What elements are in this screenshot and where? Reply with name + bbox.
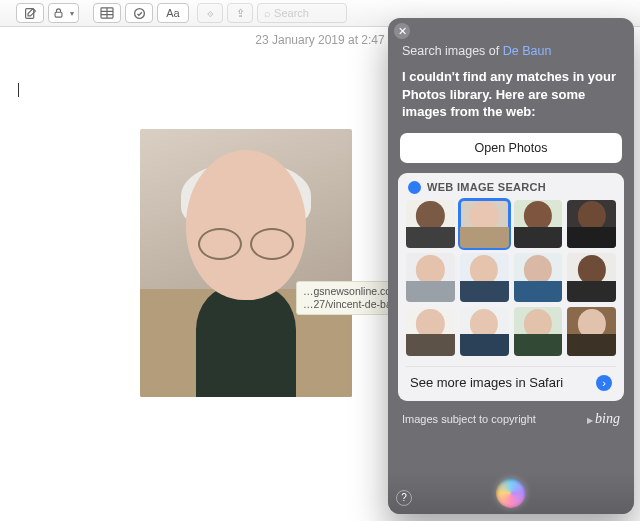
panel-message: I couldn't find any matches in your Phot…: [402, 68, 620, 121]
image-thumb[interactable]: [514, 200, 563, 249]
new-note-button[interactable]: [16, 3, 44, 23]
image-thumb[interactable]: [514, 307, 563, 356]
close-icon[interactable]: ✕: [394, 23, 410, 39]
lock-icon: [53, 7, 64, 19]
image-thumb[interactable]: [460, 253, 509, 302]
image-thumb[interactable]: [406, 253, 455, 302]
svg-rect-1: [55, 12, 62, 17]
text-cursor: [18, 83, 19, 97]
note-image[interactable]: [140, 129, 352, 397]
search-field[interactable]: ⌕ Search: [257, 3, 347, 23]
table-button[interactable]: [93, 3, 121, 23]
image-thumb[interactable]: [460, 307, 509, 356]
image-thumb[interactable]: [514, 253, 563, 302]
attach-button[interactable]: ⟐: [197, 3, 223, 23]
checklist-button[interactable]: [125, 3, 153, 23]
lock-menu[interactable]: ▾: [48, 3, 79, 23]
see-more-row[interactable]: See more images in Safari ›: [406, 366, 616, 391]
open-photos-button[interactable]: Open Photos: [400, 133, 622, 163]
panel-footer: ?: [388, 472, 634, 514]
help-icon[interactable]: ?: [396, 490, 412, 506]
format-button[interactable]: Aa: [157, 3, 189, 23]
svg-point-3: [134, 8, 144, 18]
card-header: WEB IMAGE SEARCH: [406, 181, 616, 200]
chevron-down-icon: ▾: [70, 9, 74, 18]
image-thumb[interactable]: [567, 253, 616, 302]
image-thumb[interactable]: [406, 307, 455, 356]
image-thumb[interactable]: [406, 200, 455, 249]
web-image-search-card: WEB IMAGE SEARCH See more images in Safa…: [398, 173, 624, 401]
bing-logo: bing: [587, 411, 620, 427]
search-query-line: Search images of De Baun: [402, 44, 620, 58]
siri-orb-icon[interactable]: [496, 478, 526, 508]
copyright-row: Images subject to copyright bing: [402, 411, 620, 427]
image-thumb[interactable]: [567, 307, 616, 356]
globe-icon: [408, 181, 421, 194]
image-thumb[interactable]: [567, 200, 616, 249]
share-button[interactable]: ⇪: [227, 3, 253, 23]
image-grid: [406, 200, 616, 356]
search-term-link[interactable]: De Baun: [503, 44, 552, 58]
image-thumb[interactable]: [460, 200, 509, 249]
chevron-right-icon: ›: [596, 375, 612, 391]
siri-results-panel: ✕ Search images of De Baun I couldn't fi…: [388, 18, 634, 514]
